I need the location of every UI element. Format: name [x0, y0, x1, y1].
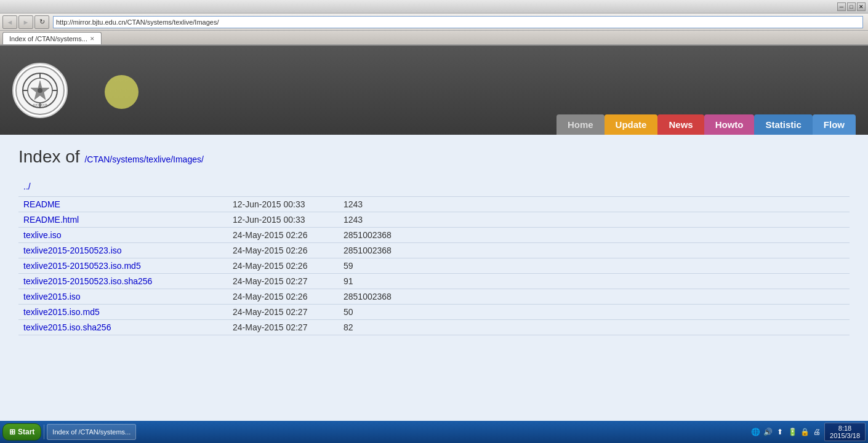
file-link[interactable]: texlive2015.iso.md5 — [23, 307, 100, 317]
main-nav: Home Update News Howto Statistic Flow — [557, 114, 856, 135]
forward-button[interactable]: ► — [18, 15, 33, 29]
start-label: Start — [18, 428, 34, 436]
tray-icon-3: ⬆ — [775, 427, 785, 437]
logo-image: 北京交通大学 — [15, 66, 65, 115]
file-link[interactable]: texlive2015.iso.sha256 — [23, 322, 111, 332]
file-link[interactable]: README.html — [23, 215, 79, 225]
file-size: 2851002368 — [339, 228, 850, 243]
file-date: 24-May-2015 02:27 — [228, 305, 339, 320]
parent-row: ../ — [18, 179, 850, 197]
file-link[interactable]: texlive2015-20150523.iso.md5 — [23, 261, 141, 271]
clock-time: 8:18 — [830, 425, 860, 432]
svg-point-7 — [38, 88, 42, 93]
title-path-link[interactable]: /CTAN/systems/texlive/Images/ — [84, 154, 203, 164]
taskbar-separator — [44, 425, 44, 439]
file-date: 24-May-2015 02:27 — [228, 274, 339, 289]
windows-icon: ⊞ — [9, 428, 15, 436]
table-row: README 12-Jun-2015 00:33 1243 — [18, 197, 850, 212]
file-size: 50 — [339, 305, 850, 320]
refresh-button[interactable]: ↻ — [34, 15, 49, 29]
taskbar: ⊞ Start Index of /CTAN/systems... 🌐 🔊 ⬆ … — [0, 421, 868, 443]
svg-text:北京交通大学: 北京交通大学 — [33, 103, 47, 106]
file-date: 24-May-2015 02:27 — [228, 320, 339, 335]
nav-update[interactable]: Update — [605, 114, 658, 135]
content-area: Index of /CTAN/systems/texlive/Images/ .… — [0, 135, 868, 443]
highlight-overlay — [105, 75, 139, 109]
tab-close-button[interactable]: ✕ — [90, 36, 95, 42]
file-date: 12-Jun-2015 00:33 — [228, 212, 339, 228]
nav-howto[interactable]: Howto — [704, 114, 755, 135]
tray-icon-2: 🔊 — [763, 427, 773, 437]
file-link[interactable]: README — [23, 199, 60, 209]
browser-window: ─ □ ✕ ◄ ► ↻ http://mirror.bjtu.edu.cn/CT… — [0, 0, 868, 443]
table-row: texlive2015-20150523.iso.sha256 24-May-2… — [18, 274, 850, 289]
parent-link[interactable]: ../ — [23, 182, 31, 191]
nav-flow[interactable]: Flow — [813, 114, 856, 135]
file-size: 82 — [339, 320, 850, 335]
file-link[interactable]: texlive2015-20150523.iso.sha256 — [23, 276, 152, 286]
back-button[interactable]: ◄ — [2, 15, 17, 29]
address-bar[interactable]: http://mirror.bjtu.edu.cn/CTAN/systems/t… — [53, 16, 863, 28]
file-date: 12-Jun-2015 00:33 — [228, 197, 339, 212]
close-button[interactable]: ✕ — [857, 2, 866, 11]
tab-bar: Index of /CTAN/systems... ✕ — [0, 31, 868, 46]
file-size: 59 — [339, 258, 850, 274]
nav-statistic[interactable]: Statistic — [754, 114, 812, 135]
active-tab[interactable]: Index of /CTAN/systems... ✕ — [2, 32, 102, 44]
file-date: 24-May-2015 02:26 — [228, 243, 339, 258]
site-logo: 北京交通大学 — [12, 63, 68, 118]
tab-label: Index of /CTAN/systems... — [9, 35, 87, 42]
clock-date: 2015/3/18 — [830, 432, 860, 439]
file-link[interactable]: texlive2015.iso — [23, 292, 81, 301]
file-size: 91 — [339, 274, 850, 289]
logo-svg: 北京交通大学 — [22, 72, 58, 109]
taskbar-tray: 🌐 🔊 ⬆ 🔋 🔒 🖨 8:18 2015/3/18 — [750, 423, 866, 441]
file-size: 2851002368 — [339, 289, 850, 305]
tray-icon-6: 🖨 — [812, 427, 822, 437]
start-button[interactable]: ⊞ Start — [2, 423, 41, 441]
tray-icon-5: 🔒 — [800, 427, 810, 437]
file-size: 2851002368 — [339, 243, 850, 258]
file-date: 24-May-2015 02:26 — [228, 228, 339, 243]
table-row: texlive2015.iso 24-May-2015 02:26 285100… — [18, 289, 850, 305]
system-clock: 8:18 2015/3/18 — [824, 423, 866, 441]
page-title: Index of /CTAN/systems/texlive/Images/ — [18, 147, 850, 167]
file-date: 24-May-2015 02:26 — [228, 258, 339, 274]
table-row: texlive2015.iso.sha256 24-May-2015 02:27… — [18, 320, 850, 335]
table-row: texlive2015-20150523.iso 24-May-2015 02:… — [18, 243, 850, 258]
file-date: 24-May-2015 02:26 — [228, 289, 339, 305]
table-row: texlive2015.iso.md5 24-May-2015 02:27 50 — [18, 305, 850, 320]
table-row: README.html 12-Jun-2015 00:33 1243 — [18, 212, 850, 228]
taskbar-browser-label: Index of /CTAN/systems... — [52, 428, 131, 436]
title-prefix: Index of — [18, 147, 84, 166]
title-bar: ─ □ ✕ — [0, 0, 868, 14]
file-link[interactable]: texlive2015-20150523.iso — [23, 245, 122, 255]
tray-icon-1: 🌐 — [750, 427, 760, 437]
file-link[interactable]: texlive.iso — [23, 230, 61, 240]
table-row: texlive.iso 24-May-2015 02:26 2851002368 — [18, 228, 850, 243]
navigation-bar: ◄ ► ↻ http://mirror.bjtu.edu.cn/CTAN/sys… — [0, 14, 868, 31]
site-header: 北京交通大学 Home Update News Howto Statistic … — [0, 46, 868, 135]
file-size: 1243 — [339, 212, 850, 228]
address-text: http://mirror.bjtu.edu.cn/CTAN/systems/t… — [56, 18, 219, 26]
files-table: ../ README 12-Jun-2015 00:33 1243 README… — [18, 179, 850, 335]
file-listing: ../ README 12-Jun-2015 00:33 1243 README… — [18, 179, 850, 335]
maximize-button[interactable]: □ — [847, 2, 856, 11]
taskbar-browser-btn[interactable]: Index of /CTAN/systems... — [47, 424, 136, 440]
nav-home[interactable]: Home — [557, 114, 605, 135]
minimize-button[interactable]: ─ — [837, 2, 846, 11]
tray-icon-4: 🔋 — [787, 427, 797, 437]
file-size: 1243 — [339, 197, 850, 212]
nav-news[interactable]: News — [657, 114, 704, 135]
title-bar-controls: ─ □ ✕ — [837, 2, 866, 11]
table-row: texlive2015-20150523.iso.md5 24-May-2015… — [18, 258, 850, 274]
